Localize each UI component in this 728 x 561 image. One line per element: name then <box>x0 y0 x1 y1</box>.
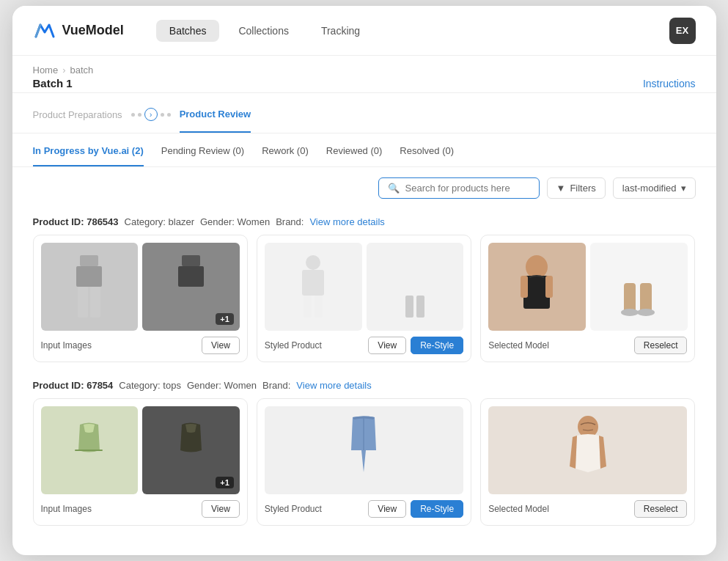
logo-area: VueModel <box>33 19 124 43</box>
product-images-input-1: +1 <box>41 243 240 331</box>
reselect-button-1[interactable]: Reselect <box>634 337 688 354</box>
nav-tabs: Batches Collections Tracking <box>156 20 646 42</box>
col-actions-styled-2: View Re-Style <box>368 500 463 518</box>
step-preparations[interactable]: Product Preparations <box>33 109 122 132</box>
product-brand-1: Brand: <box>276 216 304 227</box>
product-brand-2: Brand: <box>262 380 290 391</box>
product-images-styled-2 <box>265 406 463 494</box>
svg-rect-4 <box>182 255 200 266</box>
svg-point-8 <box>306 255 320 270</box>
col-label-styled-2: Styled Product <box>265 504 322 514</box>
view-button-styled-1[interactable]: View <box>368 337 406 354</box>
view-button-input-2[interactable]: View <box>202 500 240 518</box>
product-img-styled-1b <box>367 243 464 331</box>
sub-tab-resolved[interactable]: Resolved (0) <box>400 145 454 166</box>
breadcrumb-left: Home › batch Batch 1 <box>33 65 94 89</box>
svg-rect-12 <box>405 296 413 318</box>
model-svg-1a <box>515 254 559 320</box>
svg-rect-10 <box>304 296 312 318</box>
nav-tab-tracking[interactable]: Tracking <box>308 20 373 42</box>
svg-rect-17 <box>545 276 553 298</box>
filter-label: Filters <box>570 183 595 194</box>
sub-tab-reviewed[interactable]: Reviewed (0) <box>326 145 383 166</box>
outfit-svg-1a <box>69 254 109 320</box>
svg-rect-22 <box>75 450 103 451</box>
breadcrumb-home[interactable]: Home <box>33 65 59 76</box>
product-viewmore-1[interactable]: View more details <box>309 216 384 227</box>
svg-rect-11 <box>315 296 323 318</box>
sub-tabs: In Progress by Vue.ai (2) Pending Review… <box>12 133 716 167</box>
breadcrumb-separator: › <box>62 65 65 76</box>
col-actions-model-1: Reselect <box>634 337 688 354</box>
sort-label: last-modified <box>622 183 677 194</box>
step-connector: › <box>131 108 171 133</box>
svg-rect-7 <box>192 287 202 318</box>
breadcrumb-area: Home › batch Batch 1 Instructions <box>12 56 716 93</box>
product-img-model-2a <box>488 406 687 494</box>
svg-rect-2 <box>78 287 88 318</box>
product-img-1b: +1 <box>142 243 240 331</box>
view-button-styled-2[interactable]: View <box>368 500 406 518</box>
outfit-svg-1b <box>171 254 211 320</box>
step-dot-3 <box>161 113 164 117</box>
product-img-2b: +1 <box>142 406 240 494</box>
product-section-2: Product ID: 67854 Category: tops Gender:… <box>33 380 696 526</box>
product-col-input-2: +1 Input Images View <box>33 398 248 526</box>
col-footer-styled-2: Styled Product View Re-Style <box>265 500 463 518</box>
product-gender-1: Gender: Women <box>200 216 270 227</box>
step-preparations-label: Product Preparations <box>33 109 122 120</box>
product-col-model-1: Selected Model Reselect <box>480 235 695 362</box>
step-review[interactable]: Product Review <box>180 109 251 133</box>
plus-badge-1: +1 <box>216 313 234 325</box>
product-meta-2: Product ID: 67854 Category: tops Gender:… <box>33 380 696 391</box>
sub-tab-pending[interactable]: Pending Review (0) <box>161 145 244 166</box>
svg-rect-5 <box>178 266 204 287</box>
product-cat-2: Category: tops <box>119 380 181 391</box>
col-label-input-1: Input Images <box>41 340 92 351</box>
sub-tab-inprogress[interactable]: In Progress by Vue.ai (2) <box>33 145 144 166</box>
col-actions-input-1: View <box>202 337 240 354</box>
view-button-input-1[interactable]: View <box>202 337 240 354</box>
step-dot-1 <box>131 113 135 117</box>
sort-button[interactable]: last-modified ▾ <box>613 177 696 199</box>
product-col-model-2: Selected Model Reselect <box>480 398 695 526</box>
nav-tab-batches[interactable]: Batches <box>156 20 220 42</box>
filter-button[interactable]: ▼ Filters <box>547 177 606 199</box>
product-img-2a <box>41 406 139 494</box>
restyle-button-1[interactable]: Re-Style <box>411 337 463 354</box>
reselect-button-2[interactable]: Reselect <box>634 500 688 518</box>
svg-point-21 <box>637 309 655 316</box>
svg-rect-1 <box>76 266 102 287</box>
styled-svg-1a <box>295 254 331 320</box>
sub-tab-rework[interactable]: Rework (0) <box>262 145 309 166</box>
svg-rect-3 <box>90 287 100 318</box>
instructions-link[interactable]: Instructions <box>643 78 696 89</box>
page-title: Batch 1 <box>33 77 94 89</box>
products-area: Product ID: 786543 Category: blazer Gend… <box>12 205 716 555</box>
col-actions-input-2: View <box>202 500 240 518</box>
svg-rect-13 <box>416 296 424 318</box>
step-arrow: › <box>144 108 158 121</box>
col-label-model-1: Selected Model <box>488 340 549 351</box>
nav-tab-collections[interactable]: Collections <box>225 20 301 42</box>
avatar-button[interactable]: EX <box>669 18 696 44</box>
product-img-1a <box>41 243 139 331</box>
step-review-label: Product Review <box>180 109 251 120</box>
search-box[interactable]: 🔍 <box>378 177 540 199</box>
col-footer-input-2: Input Images View <box>41 500 240 518</box>
search-input[interactable] <box>405 183 530 194</box>
product-images-styled-1 <box>265 243 463 331</box>
product-images-input-2: +1 <box>41 406 240 494</box>
product-columns-1: +1 Input Images View <box>33 235 696 362</box>
product-col-input-1: +1 Input Images View <box>33 235 248 362</box>
product-section-1: Product ID: 786543 Category: blazer Gend… <box>33 216 696 362</box>
breadcrumb-current: batch <box>70 65 94 76</box>
app-window: VueModel Batches Collections Tracking EX… <box>12 6 716 555</box>
product-viewmore-2[interactable]: View more details <box>296 380 371 391</box>
sort-icon: ▾ <box>681 183 686 194</box>
product-images-model-2 <box>488 406 687 494</box>
jeans-svg <box>345 414 382 487</box>
col-footer-input-1: Input Images View <box>41 337 240 354</box>
product-id-1: Product ID: 786543 <box>33 216 119 227</box>
restyle-button-2[interactable]: Re-Style <box>411 500 463 518</box>
